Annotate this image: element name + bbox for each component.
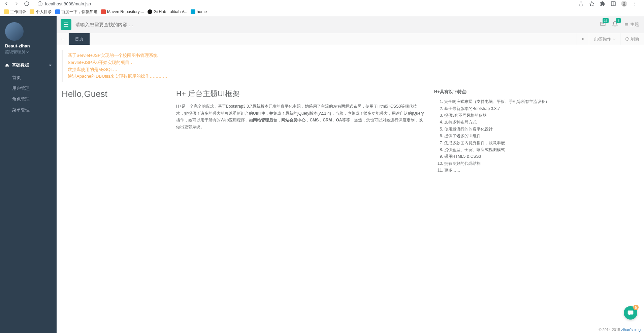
tab-label: 首页 [75, 36, 84, 42]
intro-line: Servlet+JSP从0开始实现的项目… [68, 59, 641, 66]
browser-chrome: i localhost:8088/main.jsp 工作目录 [0, 0, 644, 16]
tabs-scroll-right[interactable] [577, 33, 589, 45]
tab-operations-dropdown[interactable]: 页签操作 [589, 33, 620, 45]
bookmark-maven[interactable]: Maven Repository:... [101, 9, 144, 14]
framework-heading: H+ 后台主题UI框架 [176, 89, 424, 99]
search-input[interactable] [75, 22, 210, 27]
bookmark-baidu[interactable]: 百度一下，你就知道 [55, 9, 98, 15]
bookmark-label: Maven Repository:... [107, 9, 144, 14]
list-icon [624, 22, 629, 27]
github-icon [148, 9, 152, 14]
footer-link[interactable]: zihan's blog [621, 328, 641, 332]
tabs-bar: 首页 页签操作 刷新 [57, 33, 644, 45]
chat-button[interactable]: 5 [624, 306, 637, 320]
topbar: 16 8 主题 [57, 16, 644, 33]
refresh-icon [625, 37, 629, 41]
sidebar: Beaut-zihan 超级管理员 基础数据 首页 用户管理 角色管理 菜单管理 [0, 16, 57, 333]
nav-group-label: 基础数据 [12, 62, 29, 68]
nav-toggle-button[interactable] [61, 19, 71, 30]
bookmark-personal-dir[interactable]: 个人目录 [30, 9, 52, 15]
mail-button[interactable]: 16 [600, 21, 606, 28]
extensions-icon[interactable] [600, 1, 606, 7]
url-box[interactable]: i localhost:8088/main.jsp [34, 1, 574, 7]
intro-line: 基于Servlet+JSP实现的一个校园图书管理系统 [68, 52, 641, 59]
features-list: 完全响应式布局（支持电脑、平板、手机等所有主流设备） 基于最新版本的Bootst… [434, 98, 641, 174]
home-icon [191, 9, 195, 14]
sidebar-item-label: 首页 [12, 75, 21, 80]
bookmarks-bar: 工作目录 个人目录 百度一下，你就知道 Maven Repository:...… [0, 8, 644, 16]
theme-label-text: 主题 [630, 22, 639, 28]
chat-badge: 5 [633, 305, 639, 310]
desc-bold: 网站会员中心 [281, 118, 305, 122]
desc-bold: CRM [323, 118, 332, 122]
desc-bold: OA [336, 118, 342, 122]
col-hello: Hello,Guest [62, 89, 166, 174]
star-icon[interactable] [589, 1, 595, 7]
nav-subitems: 首页 用户管理 角色管理 菜单管理 [0, 72, 57, 115]
sidebar-item-menus[interactable]: 菜单管理 [0, 105, 57, 115]
refresh-label: 刷新 [631, 36, 639, 42]
svg-point-7 [635, 5, 635, 6]
svg-marker-1 [589, 2, 594, 6]
framework-desc: H+是一个完全响应式，基于Bootstrap3.3.7最新版本开发的扁平化主题，… [176, 103, 424, 131]
sidebar-item-users[interactable]: 用户管理 [0, 83, 57, 94]
sidebar-item-roles[interactable]: 角色管理 [0, 94, 57, 105]
maven-icon [101, 9, 106, 14]
panel-icon[interactable] [610, 1, 616, 7]
feature-item: 拥有良好的代码结构 [444, 160, 641, 167]
browser-actions [578, 1, 641, 7]
feature-item: 提供盒型、全宽、响应式视图模式 [444, 146, 641, 153]
refresh-button[interactable]: 刷新 [620, 33, 644, 45]
desc-bold: 网站管理后台 [253, 118, 277, 122]
app: Beaut-zihan 超级管理员 基础数据 首页 用户管理 角色管理 菜单管理 [0, 16, 644, 333]
copyright-text: © 2014-2015 [599, 328, 621, 332]
chevron-down-icon [613, 38, 615, 40]
folder-icon [30, 9, 34, 14]
tab-ops-label: 页签操作 [594, 36, 611, 42]
svg-point-5 [635, 2, 635, 3]
tab-home[interactable]: 首页 [69, 33, 90, 45]
tabs-scroll-left[interactable] [57, 33, 69, 45]
bookmark-label: 工作目录 [10, 9, 26, 15]
feature-item: 提供了诸多的UI组件 [444, 133, 641, 139]
feature-item: 支持多种布局方式 [444, 119, 641, 125]
url-text: localhost:8088/main.jsp [45, 1, 91, 6]
sidebar-item-label: 菜单管理 [12, 107, 30, 112]
notifications-button[interactable]: 8 [612, 21, 618, 28]
bookmark-work-dir[interactable]: 工作目录 [4, 9, 26, 15]
chevron-down-icon [49, 65, 52, 66]
feature-item: 使用最流行的的扁平化设计 [444, 126, 641, 133]
feature-item: 提供3套不同风格的皮肤 [444, 112, 641, 119]
profile-icon[interactable] [621, 1, 627, 7]
bell-badge: 8 [616, 18, 621, 23]
features-heading: H+具有以下特点: [434, 89, 641, 95]
avatar[interactable] [5, 22, 24, 41]
nav-group-basic-data[interactable]: 基础数据 [0, 58, 57, 72]
share-icon[interactable] [578, 1, 584, 7]
bookmark-label: home [197, 9, 207, 14]
content-panel: 基于Servlet+JSP实现的一个校园图书管理系统 Servlet+JSP从0… [57, 45, 644, 333]
topbar-right: 16 8 主题 [600, 21, 639, 28]
site-info-icon[interactable]: i [38, 1, 42, 6]
menu-icon[interactable] [632, 1, 638, 7]
bookmark-github[interactable]: GitHub - alibaba/... [148, 9, 187, 14]
browser-forward-button[interactable] [13, 1, 20, 7]
svg-rect-2 [611, 2, 615, 6]
feature-item: 基于最新版本的Bootstrap 3.3.7 [444, 105, 641, 112]
role-label: 超级管理员 [5, 49, 25, 55]
folder-icon [4, 9, 9, 14]
theme-button[interactable]: 主题 [624, 22, 639, 28]
home-icon [5, 63, 9, 67]
bookmark-label: 个人目录 [36, 9, 52, 15]
sidebar-item-label: 角色管理 [12, 97, 30, 102]
footer: © 2014-2015 zihan's blog [599, 328, 641, 332]
feature-item: 集成多款国内优秀插件，诚意奉献 [444, 140, 641, 146]
browser-back-button[interactable] [3, 1, 9, 7]
sidebar-item-label: 用户管理 [12, 86, 30, 91]
role-dropdown[interactable]: 超级管理员 [5, 49, 52, 55]
bookmark-home[interactable]: home [191, 9, 207, 14]
browser-refresh-button[interactable] [24, 1, 30, 7]
bookmark-label: 百度一下，你就知道 [61, 9, 98, 15]
desc-bold: CMS [310, 118, 319, 122]
sidebar-item-home[interactable]: 首页 [0, 72, 57, 83]
